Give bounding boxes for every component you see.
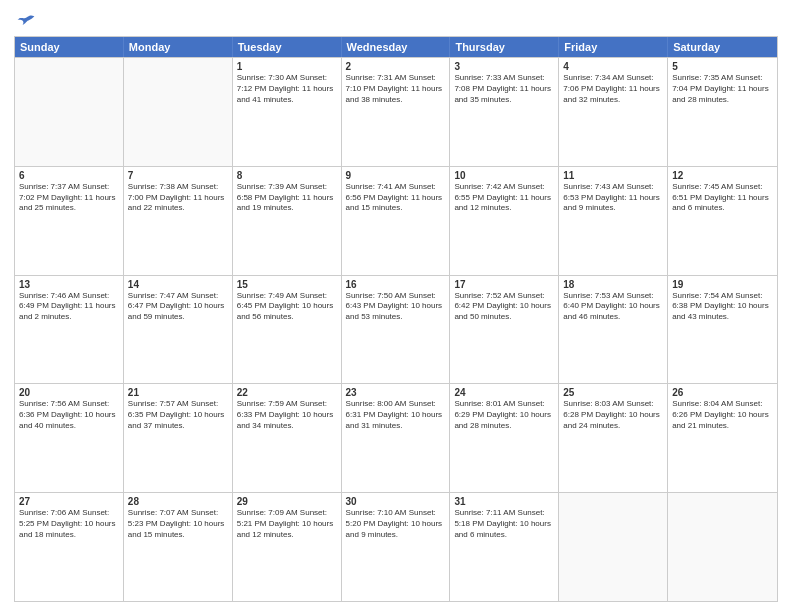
calendar-day-29: 29Sunrise: 7:09 AM Sunset: 5:21 PM Dayli…: [233, 493, 342, 601]
day-number: 3: [454, 61, 554, 72]
calendar-day-6: 6Sunrise: 7:37 AM Sunset: 7:02 PM Daylig…: [15, 167, 124, 275]
cal-header-saturday: Saturday: [668, 37, 777, 57]
day-info: Sunrise: 7:31 AM Sunset: 7:10 PM Dayligh…: [346, 73, 446, 105]
calendar-day-30: 30Sunrise: 7:10 AM Sunset: 5:20 PM Dayli…: [342, 493, 451, 601]
day-info: Sunrise: 7:54 AM Sunset: 6:38 PM Dayligh…: [672, 291, 773, 323]
cal-header-tuesday: Tuesday: [233, 37, 342, 57]
calendar-day-15: 15Sunrise: 7:49 AM Sunset: 6:45 PM Dayli…: [233, 276, 342, 384]
calendar-week-3: 13Sunrise: 7:46 AM Sunset: 6:49 PM Dayli…: [15, 275, 777, 384]
day-info: Sunrise: 7:52 AM Sunset: 6:42 PM Dayligh…: [454, 291, 554, 323]
logo: [14, 10, 36, 30]
calendar-day-17: 17Sunrise: 7:52 AM Sunset: 6:42 PM Dayli…: [450, 276, 559, 384]
day-info: Sunrise: 7:45 AM Sunset: 6:51 PM Dayligh…: [672, 182, 773, 214]
calendar-week-2: 6Sunrise: 7:37 AM Sunset: 7:02 PM Daylig…: [15, 166, 777, 275]
day-number: 10: [454, 170, 554, 181]
calendar-day-7: 7Sunrise: 7:38 AM Sunset: 7:00 PM Daylig…: [124, 167, 233, 275]
day-number: 2: [346, 61, 446, 72]
day-info: Sunrise: 7:59 AM Sunset: 6:33 PM Dayligh…: [237, 399, 337, 431]
day-info: Sunrise: 7:43 AM Sunset: 6:53 PM Dayligh…: [563, 182, 663, 214]
day-info: Sunrise: 7:57 AM Sunset: 6:35 PM Dayligh…: [128, 399, 228, 431]
day-number: 9: [346, 170, 446, 181]
day-info: Sunrise: 8:00 AM Sunset: 6:31 PM Dayligh…: [346, 399, 446, 431]
day-info: Sunrise: 7:07 AM Sunset: 5:23 PM Dayligh…: [128, 508, 228, 540]
calendar-week-5: 27Sunrise: 7:06 AM Sunset: 5:25 PM Dayli…: [15, 492, 777, 601]
day-info: Sunrise: 7:34 AM Sunset: 7:06 PM Dayligh…: [563, 73, 663, 105]
day-number: 20: [19, 387, 119, 398]
day-info: Sunrise: 7:53 AM Sunset: 6:40 PM Dayligh…: [563, 291, 663, 323]
calendar-day-24: 24Sunrise: 8:01 AM Sunset: 6:29 PM Dayli…: [450, 384, 559, 492]
calendar-day-20: 20Sunrise: 7:56 AM Sunset: 6:36 PM Dayli…: [15, 384, 124, 492]
calendar-day-25: 25Sunrise: 8:03 AM Sunset: 6:28 PM Dayli…: [559, 384, 668, 492]
calendar-day-4: 4Sunrise: 7:34 AM Sunset: 7:06 PM Daylig…: [559, 58, 668, 166]
cal-header-thursday: Thursday: [450, 37, 559, 57]
day-number: 17: [454, 279, 554, 290]
calendar-day-empty: [124, 58, 233, 166]
calendar-day-2: 2Sunrise: 7:31 AM Sunset: 7:10 PM Daylig…: [342, 58, 451, 166]
day-info: Sunrise: 7:38 AM Sunset: 7:00 PM Dayligh…: [128, 182, 228, 214]
day-info: Sunrise: 7:46 AM Sunset: 6:49 PM Dayligh…: [19, 291, 119, 323]
header: [14, 10, 778, 30]
day-info: Sunrise: 7:41 AM Sunset: 6:56 PM Dayligh…: [346, 182, 446, 214]
day-number: 13: [19, 279, 119, 290]
day-number: 21: [128, 387, 228, 398]
calendar-day-31: 31Sunrise: 7:11 AM Sunset: 5:18 PM Dayli…: [450, 493, 559, 601]
cal-header-sunday: Sunday: [15, 37, 124, 57]
day-info: Sunrise: 7:42 AM Sunset: 6:55 PM Dayligh…: [454, 182, 554, 214]
day-number: 12: [672, 170, 773, 181]
day-info: Sunrise: 7:33 AM Sunset: 7:08 PM Dayligh…: [454, 73, 554, 105]
day-number: 25: [563, 387, 663, 398]
day-number: 19: [672, 279, 773, 290]
day-number: 14: [128, 279, 228, 290]
calendar-day-empty: [668, 493, 777, 601]
day-number: 8: [237, 170, 337, 181]
calendar-day-empty: [559, 493, 668, 601]
day-info: Sunrise: 7:09 AM Sunset: 5:21 PM Dayligh…: [237, 508, 337, 540]
day-info: Sunrise: 7:49 AM Sunset: 6:45 PM Dayligh…: [237, 291, 337, 323]
day-number: 4: [563, 61, 663, 72]
logo-bird-icon: [16, 10, 36, 30]
day-info: Sunrise: 8:03 AM Sunset: 6:28 PM Dayligh…: [563, 399, 663, 431]
calendar-day-19: 19Sunrise: 7:54 AM Sunset: 6:38 PM Dayli…: [668, 276, 777, 384]
day-number: 15: [237, 279, 337, 290]
day-info: Sunrise: 7:50 AM Sunset: 6:43 PM Dayligh…: [346, 291, 446, 323]
day-info: Sunrise: 7:56 AM Sunset: 6:36 PM Dayligh…: [19, 399, 119, 431]
day-info: Sunrise: 7:30 AM Sunset: 7:12 PM Dayligh…: [237, 73, 337, 105]
cal-header-monday: Monday: [124, 37, 233, 57]
day-number: 22: [237, 387, 337, 398]
day-info: Sunrise: 7:47 AM Sunset: 6:47 PM Dayligh…: [128, 291, 228, 323]
calendar-day-13: 13Sunrise: 7:46 AM Sunset: 6:49 PM Dayli…: [15, 276, 124, 384]
day-number: 11: [563, 170, 663, 181]
day-number: 31: [454, 496, 554, 507]
day-info: Sunrise: 8:04 AM Sunset: 6:26 PM Dayligh…: [672, 399, 773, 431]
calendar-day-5: 5Sunrise: 7:35 AM Sunset: 7:04 PM Daylig…: [668, 58, 777, 166]
day-info: Sunrise: 7:06 AM Sunset: 5:25 PM Dayligh…: [19, 508, 119, 540]
calendar-day-21: 21Sunrise: 7:57 AM Sunset: 6:35 PM Dayli…: [124, 384, 233, 492]
calendar-day-16: 16Sunrise: 7:50 AM Sunset: 6:43 PM Dayli…: [342, 276, 451, 384]
cal-header-friday: Friday: [559, 37, 668, 57]
day-info: Sunrise: 7:11 AM Sunset: 5:18 PM Dayligh…: [454, 508, 554, 540]
calendar-day-14: 14Sunrise: 7:47 AM Sunset: 6:47 PM Dayli…: [124, 276, 233, 384]
calendar-day-12: 12Sunrise: 7:45 AM Sunset: 6:51 PM Dayli…: [668, 167, 777, 275]
day-info: Sunrise: 7:35 AM Sunset: 7:04 PM Dayligh…: [672, 73, 773, 105]
calendar-day-empty: [15, 58, 124, 166]
day-info: Sunrise: 7:39 AM Sunset: 6:58 PM Dayligh…: [237, 182, 337, 214]
day-number: 29: [237, 496, 337, 507]
day-number: 30: [346, 496, 446, 507]
day-number: 16: [346, 279, 446, 290]
day-number: 1: [237, 61, 337, 72]
calendar-day-11: 11Sunrise: 7:43 AM Sunset: 6:53 PM Dayli…: [559, 167, 668, 275]
day-number: 24: [454, 387, 554, 398]
day-info: Sunrise: 7:37 AM Sunset: 7:02 PM Dayligh…: [19, 182, 119, 214]
day-number: 5: [672, 61, 773, 72]
calendar: SundayMondayTuesdayWednesdayThursdayFrid…: [14, 36, 778, 602]
calendar-header-row: SundayMondayTuesdayWednesdayThursdayFrid…: [15, 37, 777, 57]
day-info: Sunrise: 8:01 AM Sunset: 6:29 PM Dayligh…: [454, 399, 554, 431]
day-number: 7: [128, 170, 228, 181]
calendar-day-28: 28Sunrise: 7:07 AM Sunset: 5:23 PM Dayli…: [124, 493, 233, 601]
day-number: 6: [19, 170, 119, 181]
calendar-day-1: 1Sunrise: 7:30 AM Sunset: 7:12 PM Daylig…: [233, 58, 342, 166]
calendar-day-8: 8Sunrise: 7:39 AM Sunset: 6:58 PM Daylig…: [233, 167, 342, 275]
calendar-day-3: 3Sunrise: 7:33 AM Sunset: 7:08 PM Daylig…: [450, 58, 559, 166]
calendar-day-26: 26Sunrise: 8:04 AM Sunset: 6:26 PM Dayli…: [668, 384, 777, 492]
calendar-day-27: 27Sunrise: 7:06 AM Sunset: 5:25 PM Dayli…: [15, 493, 124, 601]
